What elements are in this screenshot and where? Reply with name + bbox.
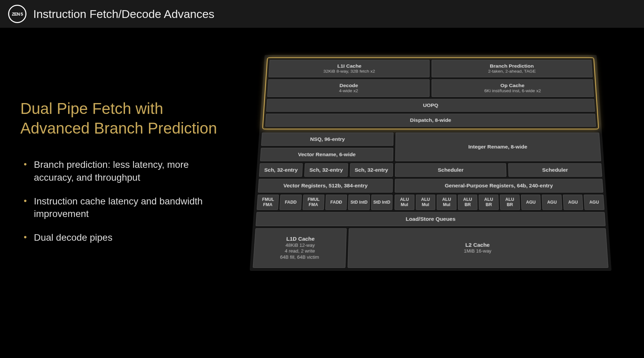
exec-unit: AGU <box>542 195 562 210</box>
l1d-cache-block: L1D Cache 48KiB 12-way 4 read, 2 write 6… <box>253 228 347 268</box>
vector-registers-block: Vector Registers, 512b, 384-entry <box>258 179 393 192</box>
section-heading: Dual Pipe Fetch with Advanced Branch Pre… <box>20 99 224 138</box>
exec-unit: ALU Mul <box>394 195 414 210</box>
exec-unit: ALU BR <box>500 195 520 210</box>
dispatch-block: Dispatch, 8-wide <box>265 114 596 126</box>
header-bar: ZEN 5 Instruction Fetch/Decode Advances <box>0 0 644 28</box>
scheduler-block: Scheduler <box>395 163 506 177</box>
block-title: L1I Cache <box>337 63 361 69</box>
block-title: L2 Cache <box>465 242 490 248</box>
logo-text: ZEN 5 <box>12 12 23 16</box>
exec-unit: ALU Mul <box>415 195 435 210</box>
nsq-block: NSQ, 96-entry <box>261 133 393 146</box>
block-sub: 4-wide x2 <box>339 88 358 94</box>
block-title: Decode <box>339 82 358 88</box>
diagram-wrapper: L1I Cache 32KiB 8-way, 32B fetch x2 Bran… <box>237 55 624 273</box>
block-title: Branch Prediction <box>490 63 534 69</box>
exec-unit: AGU <box>563 195 583 210</box>
gp-registers-block: General-Purpose Registers, 64b, 240-entr… <box>395 179 603 192</box>
integer-rename-block: Integer Rename, 8-wide <box>395 133 601 161</box>
exec-unit: AGU <box>584 195 604 210</box>
block-sub: 32KiB 8-way, 32B fetch x2 <box>323 69 375 74</box>
exec-unit: StD IntD <box>348 195 370 210</box>
left-panel: Dual Pipe Fetch with Advanced Branch Pre… <box>20 55 224 255</box>
block-sub: 2-taken, 2-ahead, TAGE <box>488 69 536 74</box>
exec-unit: AGU <box>521 195 541 210</box>
block-title: L1D Cache <box>286 236 314 242</box>
branch-prediction-block: Branch Prediction 2-taken, 2-ahead, TAGE <box>432 60 593 78</box>
exec-unit: FADD <box>279 195 302 210</box>
block-title: Op Cache <box>500 82 524 88</box>
exec-unit: ALU Mul <box>437 195 456 210</box>
exec-unit: ALU BR <box>458 195 478 210</box>
l1i-cache-block: L1I Cache 32KiB 8-way, 32B fetch x2 <box>268 60 429 78</box>
op-cache-block: Op Cache 6Ki inst/fused inst, 6-wide x2 <box>432 79 594 97</box>
sch-block: Sch, 32-entry <box>304 163 348 177</box>
exec-unit: FMUL FMA <box>302 195 324 210</box>
bullet-list: Branch prediction: less latency, more ac… <box>20 158 224 244</box>
exec-unit: ALU BR <box>479 195 499 210</box>
header-title: Instruction Fetch/Decode Advances <box>33 7 214 21</box>
l2-cache-block: L2 Cache 1MiB 16-way <box>347 228 608 268</box>
decode-block: Decode 4-wide x2 <box>267 79 429 97</box>
scheduler-block: Scheduler <box>508 163 602 177</box>
sch-block: Sch, 32-entry <box>350 163 393 177</box>
block-sub: 6Ki inst/fused inst, 6-wide x2 <box>484 88 541 94</box>
sch-block: Sch, 32-entry <box>259 163 303 177</box>
zen5-logo: ZEN 5 <box>8 5 26 23</box>
exec-unit: FMUL FMA <box>256 195 279 210</box>
bullet-item: Branch prediction: less latency, more ac… <box>24 158 224 184</box>
exec-unit: FADD <box>325 195 347 210</box>
block-title: Dispatch, 8-wide <box>410 117 451 123</box>
exec-unit: StD IntD <box>371 195 392 210</box>
vector-rename-block: Vector Rename, 6-wide <box>260 148 393 161</box>
bullet-item: Dual decode pipes <box>24 231 224 244</box>
bullet-item: Instruction cache latency and bandwidth … <box>24 195 224 221</box>
uopq-block: UOPQ <box>266 99 595 112</box>
content-area: Dual Pipe Fetch with Advanced Branch Pre… <box>0 41 644 286</box>
fetch-decode-highlight: L1I Cache 32KiB 8-way, 32B fetch x2 Bran… <box>262 57 599 129</box>
microarch-diagram: L1I Cache 32KiB 8-way, 32B fetch x2 Bran… <box>249 55 611 271</box>
block-title: UOPQ <box>423 102 438 108</box>
load-store-queues-block: Load/Store Queues <box>255 212 605 226</box>
